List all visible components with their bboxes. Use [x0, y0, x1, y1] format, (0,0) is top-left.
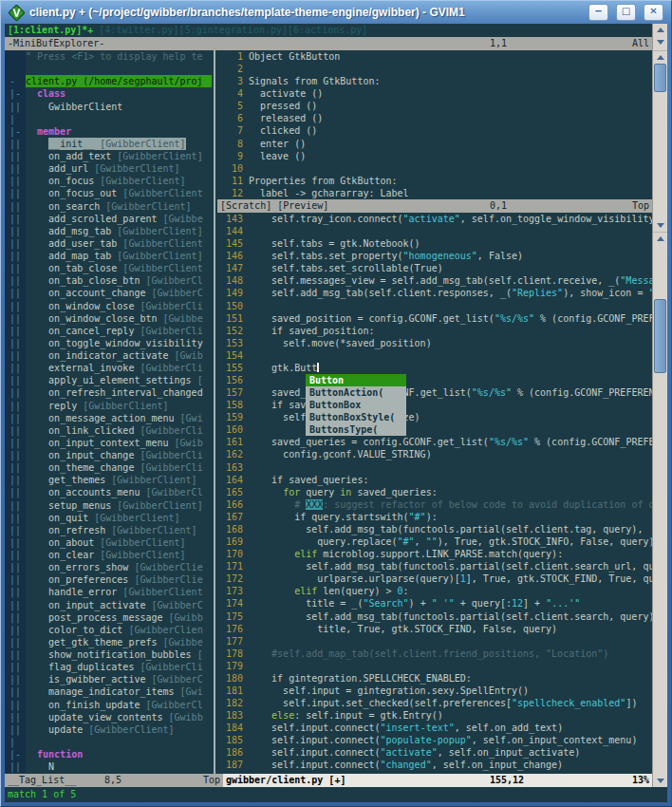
- tag-list-row[interactable]: || on_focus [GwibberClient]: [5, 175, 212, 187]
- tag-list-row[interactable]: || update_view_contents [Gwibb: [5, 711, 212, 723]
- main-scrollbar[interactable]: [653, 232, 667, 787]
- fold-marker-icon[interactable]: ||: [5, 711, 26, 723]
- tag-list-row[interactable]: || add_url [GwibberClient]: [5, 162, 212, 175]
- code-line[interactable]: 178 #self.add_map_tab(self.client.friend…: [217, 647, 652, 660]
- tag-list-row[interactable]: || on_window_close [GwibberCli: [5, 300, 212, 312]
- preview-line[interactable]: 1Object GtkButton: [217, 50, 652, 63]
- tag-list-row[interactable]: || post_process_message [Gwibb: [5, 611, 212, 624]
- tag-list-row[interactable]: || on_toggle_window_visibility: [5, 337, 212, 349]
- code-line[interactable]: 161 saved_queries = config.GCONF.get_lis…: [217, 436, 652, 448]
- code-line[interactable]: 149 self.add_msg_tab(self.client.respons…: [217, 287, 652, 299]
- code-line[interactable]: 154: [217, 349, 652, 362]
- code-line[interactable]: 175 self.add_msg_tab(functools.partial(s…: [217, 610, 652, 623]
- code-line[interactable]: 166 # XXX: suggest refactor of below cod…: [217, 498, 652, 511]
- completion-popup-menu[interactable]: ButtonButtonAction(ButtonBoxButtonBoxSty…: [306, 374, 406, 436]
- buffer-tabs-inactive[interactable]: [4:twitter.py][5:gintegration.py][6:acti…: [93, 25, 367, 35]
- preview-line[interactable]: 8 enter (): [217, 138, 652, 150]
- preview-line[interactable]: 10: [217, 162, 652, 175]
- code-line[interactable]: 174 title = _("Search") + " '" + query[:…: [217, 597, 652, 610]
- code-line[interactable]: 180 if gintegration.SPELLCHECK_ENABLED:: [217, 672, 652, 685]
- fold-marker-icon[interactable]: ||: [5, 549, 26, 561]
- code-line[interactable]: 152 if saved_position:: [217, 325, 652, 337]
- code-line[interactable]: 182 self.input.set_checked(self.preferen…: [217, 697, 652, 709]
- tag-list-row[interactable]: || on_message_action_menu [Gwi: [5, 412, 212, 424]
- code-line[interactable]: 148 self.messages_view = self.add_msg_ta…: [217, 274, 652, 287]
- fold-marker-icon[interactable]: ||: [5, 400, 26, 412]
- fold-marker-icon[interactable]: ||: [5, 424, 26, 437]
- tag-list-row[interactable]: || add_user_tab [GwibberClient: [5, 237, 212, 250]
- fold-marker-icon[interactable]: ||: [5, 723, 26, 736]
- fold-marker-icon[interactable]: ||: [5, 412, 26, 424]
- fold-marker-icon[interactable]: ||: [5, 349, 26, 362]
- main-scroll-down-icon[interactable]: [653, 775, 667, 787]
- tag-list-row[interactable]: || on_tab_close [GwibberClient: [5, 262, 212, 274]
- tag-list-window[interactable]: " Press <F1> to display help te-client.p…: [5, 50, 212, 774]
- fold-marker-icon[interactable]: ||: [5, 250, 26, 262]
- fold-marker-icon[interactable]: ||: [5, 162, 26, 175]
- fold-marker-icon[interactable]: ||: [5, 300, 26, 312]
- tag-list-row[interactable]: || on_quit [GwibberClient]: [5, 512, 212, 524]
- preview-scrollbar-thumb[interactable]: [654, 64, 666, 92]
- fold-marker-icon[interactable]: ||: [5, 449, 26, 461]
- preview-line[interactable]: 6 released (): [217, 112, 652, 124]
- tag-list-row[interactable]: -client.py (/home/segphault/proj: [5, 75, 212, 87]
- code-line[interactable]: 145 self.tabs = gtk.Notebook(): [217, 237, 652, 250]
- tag-list-row[interactable]: || external_invoke [GwibberCli: [5, 362, 212, 374]
- tag-list-row[interactable]: || on_link_clicked [GwibberCli: [5, 424, 212, 437]
- completion-item[interactable]: ButtonBoxStyle(: [306, 411, 406, 423]
- tag-list-row[interactable]: || on_search [GwibberClient]: [5, 200, 212, 213]
- code-line[interactable]: 155 gtk.Butt: [217, 362, 652, 374]
- fold-marker-icon[interactable]: ||: [5, 274, 26, 287]
- tag-list-row[interactable]: || manage_indicator_items [Gwi: [5, 685, 212, 698]
- minibuf-scroll-down-icon[interactable]: [653, 36, 667, 48]
- code-line[interactable]: 150: [217, 300, 652, 312]
- code-line[interactable]: 146 self.tabs.set_property("homogeneous"…: [217, 250, 652, 262]
- main-scrollbar-thumb[interactable]: [654, 299, 666, 373]
- tag-list-row[interactable]: || on_input_change [GwibberCli: [5, 449, 212, 461]
- fold-marker-icon[interactable]: ||: [5, 661, 26, 673]
- tag-list-row[interactable]: || flag_duplicates [GwibberCli: [5, 661, 212, 673]
- code-line[interactable]: 177: [217, 635, 652, 647]
- fold-marker-icon[interactable]: ||: [5, 213, 26, 225]
- fold-marker-icon[interactable]: ||: [5, 138, 26, 150]
- fold-marker-icon[interactable]: ||: [5, 362, 26, 374]
- fold-marker-icon[interactable]: ||: [5, 699, 26, 711]
- minibuf-scrollbar[interactable]: [653, 24, 667, 50]
- fold-marker-icon[interactable]: ||: [5, 287, 26, 299]
- code-line[interactable]: 181 self.input = gintegration.sexy.Spell…: [217, 685, 652, 697]
- preview-window[interactable]: 1Object GtkButton23Signals from GtkButto…: [217, 50, 652, 199]
- preview-line[interactable]: 2: [217, 63, 652, 75]
- fold-marker-icon[interactable]: ||: [5, 486, 26, 498]
- preview-line[interactable]: 9 leave (): [217, 150, 652, 162]
- tag-list-row[interactable]: || on_add_text [GwibberClient]: [5, 150, 212, 162]
- tag-list-row[interactable]: || on_input_activate [GwibberC: [5, 599, 212, 611]
- code-line[interactable]: 171 self.add_msg_tab(functools.partial(s…: [217, 560, 652, 572]
- code-line[interactable]: 157 saved_ NF.get_list("%s/%s" % (config…: [217, 386, 652, 399]
- code-line[interactable]: 165 for query in saved_queries:: [217, 486, 652, 498]
- preview-line[interactable]: 12 label -> gchararray: Label: [217, 187, 652, 199]
- tag-list-row[interactable]: || on_clear [GwibberClient]: [5, 549, 212, 561]
- tag-list-row[interactable]: || on_about [GwibberClient]: [5, 536, 212, 549]
- tag-list-row[interactable]: || handle_error [GwibberClient: [5, 586, 212, 598]
- code-line[interactable]: 164 if saved_queries:: [217, 474, 652, 486]
- tag-list-row[interactable]: || add_scrolled_parent [Gwibbe: [5, 213, 212, 225]
- tag-list-row[interactable]: || add_map_tab [GwibberClient]: [5, 250, 212, 262]
- tag-list-row[interactable]: || show_notification_bubbles [: [5, 648, 212, 661]
- fold-marker-icon[interactable]: ||: [5, 573, 26, 586]
- fold-marker-icon[interactable]: ||: [5, 175, 26, 187]
- tag-list-row[interactable]: || on_window_close_btn [Gwibbe: [5, 312, 212, 325]
- fold-marker-icon[interactable]: |: [5, 113, 26, 125]
- fold-marker-icon[interactable]: |: [5, 736, 26, 748]
- code-line[interactable]: 173 elif len(query) > 0:: [217, 585, 652, 597]
- fold-marker-icon[interactable]: ||: [5, 386, 26, 399]
- tag-list-row[interactable]: || on_errors_show [GwibberClie: [5, 561, 212, 573]
- preview-line[interactable]: 3Signals from GtkButton:: [217, 75, 652, 87]
- fold-marker-icon[interactable]: ||: [5, 536, 26, 549]
- preview-line[interactable]: 5 pressed (): [217, 100, 652, 112]
- code-line[interactable]: 156: [217, 374, 652, 386]
- code-line[interactable]: 187 self.input.connect("changed", self.o…: [217, 759, 652, 771]
- tag-list-row[interactable]: || GwibberClient: [5, 101, 212, 113]
- preview-line[interactable]: 7 clicked (): [217, 124, 652, 137]
- fold-marker-icon[interactable]: ||: [5, 461, 26, 474]
- preview-scrollbar[interactable]: [653, 50, 667, 232]
